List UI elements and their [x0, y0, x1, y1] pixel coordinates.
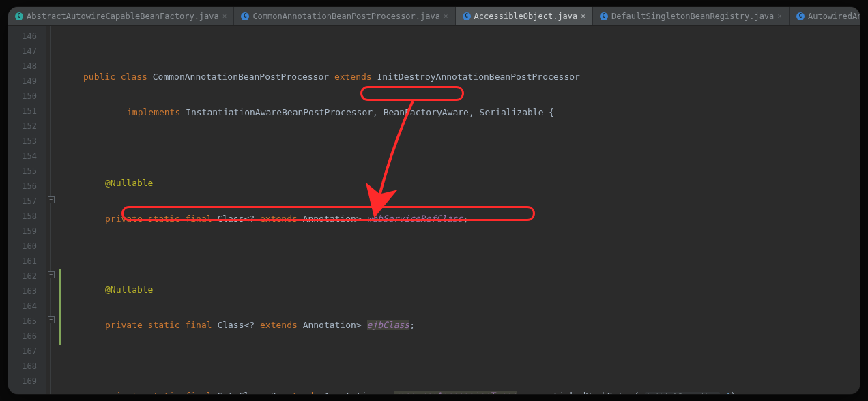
line-number: 147 — [8, 44, 46, 59]
line-number: 160 — [8, 239, 46, 254]
java-class-icon: C — [15, 12, 23, 20]
java-class-icon: C — [600, 12, 608, 20]
line-number-gutter: 1461471481491501511521531541551561571581… — [8, 26, 46, 394]
tab-label: AbstractAutowireCapableBeanFactory.java — [27, 12, 219, 21]
java-class-icon: C — [796, 12, 805, 20]
line-number: 163 — [8, 284, 46, 299]
line-number: 161 — [8, 254, 46, 269]
code-area[interactable]: public class CommonAnnotationBeanPostPro… — [61, 26, 860, 394]
line-number: 146 — [8, 29, 46, 44]
tab-default-singleton[interactable]: C DefaultSingletonBeanRegistry.java × — [593, 7, 790, 25]
annotation-highlight-field — [360, 86, 464, 101]
fold-toggle[interactable]: − — [48, 316, 55, 323]
line-number: 167 — [8, 344, 46, 359]
java-class-icon: C — [241, 12, 249, 20]
fold-toggle[interactable]: − — [48, 271, 55, 278]
tab-abstract-autowire[interactable]: C AbstractAutowireCapableBeanFactory.jav… — [8, 7, 234, 25]
fold-toggle[interactable]: − — [48, 196, 55, 203]
line-number: 150 — [8, 89, 46, 104]
close-icon[interactable]: × — [777, 12, 782, 20]
line-number: 166 — [8, 329, 46, 344]
editor-tabbar: C AbstractAutowireCapableBeanFactory.jav… — [8, 7, 860, 26]
line-number: 154 — [8, 149, 46, 164]
code-editor[interactable]: 1461471481491501511521531541551561571581… — [8, 26, 860, 394]
close-icon[interactable]: × — [581, 12, 585, 20]
line-number: 155 — [8, 164, 46, 179]
tab-autowired-annotation[interactable]: C AutowiredAnnotationBeanPostProcessor.j… — [790, 7, 860, 25]
line-number: 164 — [8, 299, 46, 314]
line-number: 153 — [8, 134, 46, 149]
line-number: 156 — [8, 179, 46, 194]
line-number: 151 — [8, 104, 46, 119]
java-class-icon: C — [463, 12, 471, 20]
ide-window: C AbstractAutowireCapableBeanFactory.jav… — [8, 7, 860, 394]
line-number: 169 — [8, 374, 46, 389]
tab-label: AccessibleObject.java — [474, 12, 578, 21]
line-number: 168 — [8, 359, 46, 374]
line-number: 158 — [8, 209, 46, 224]
line-number: 148 — [8, 59, 46, 74]
line-number: 149 — [8, 74, 46, 89]
tab-common-annotation[interactable]: C CommonAnnotationBeanPostProcessor.java… — [234, 7, 455, 25]
tab-accessible-object[interactable]: C AccessibleObject.java × — [456, 7, 593, 25]
tab-label: DefaultSingletonBeanRegistry.java — [611, 12, 774, 21]
line-number: 157 — [8, 194, 46, 209]
line-number: 162 — [8, 269, 46, 284]
line-number: 159 — [8, 224, 46, 239]
tab-label: CommonAnnotationBeanPostProcessor.java — [252, 12, 440, 21]
close-icon[interactable]: × — [222, 12, 227, 20]
tab-label: AutowiredAnnotationBeanPostProcessor.jav… — [808, 12, 860, 21]
vcs-change-marker — [59, 269, 61, 345]
line-number: 165 — [8, 314, 46, 329]
close-icon[interactable]: × — [444, 12, 448, 20]
line-number: 152 — [8, 119, 46, 134]
